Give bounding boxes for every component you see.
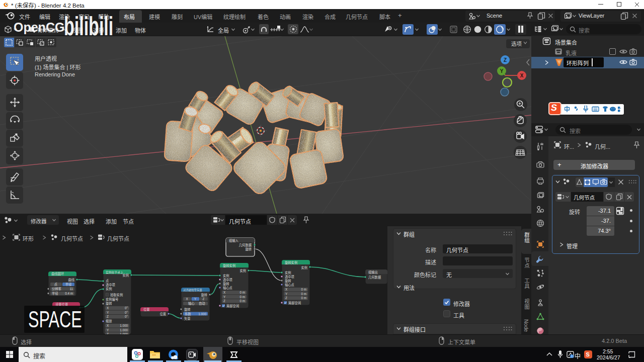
svg-text:半径: 半径: [52, 291, 58, 296]
svg-text:0 m: 0 m: [240, 299, 246, 303]
svg-text:0 m: 0 m: [301, 292, 307, 296]
svg-text:Y: Y: [500, 68, 504, 74]
svg-text:1.000: 1.000: [120, 332, 128, 334]
svg-text:系数: 系数: [185, 312, 191, 316]
svg-text:选中项: 选中项: [285, 275, 295, 279]
svg-text:旋转: 旋转: [285, 279, 291, 283]
svg-text:矢量: 矢量: [184, 316, 191, 321]
svg-text:轴心: 轴心: [188, 301, 195, 306]
svg-text:实例: 实例: [301, 265, 307, 270]
svg-text:组输出: 组输出: [368, 270, 378, 275]
svg-text:Z: Z: [107, 332, 109, 334]
svg-text:旋转: 旋转: [106, 301, 112, 306]
svg-text:点: 点: [106, 279, 109, 283]
svg-text:点: 点: [54, 283, 57, 287]
svg-text:局部空间: 局部空间: [226, 304, 239, 308]
svg-text:0°: 0°: [125, 306, 128, 310]
svg-text:旋转实例: 旋转实例: [223, 263, 235, 268]
svg-text:轴心点: 轴心点: [223, 286, 232, 290]
svg-text:旋转: 旋转: [245, 247, 252, 251]
svg-text:曲线: 曲线: [68, 278, 74, 282]
svg-text:0 m: 0 m: [240, 295, 246, 299]
svg-text:选项: 选项: [511, 41, 522, 47]
svg-text:0 m: 0 m: [240, 291, 246, 294]
svg-text:旋转: 旋转: [223, 282, 229, 286]
svg-text:0°: 0°: [125, 311, 128, 314]
svg-text:分辨率: 分辨率: [52, 287, 61, 291]
svg-text:1.000: 1.000: [120, 324, 128, 327]
svg-text:缩放: 缩放: [106, 319, 112, 323]
svg-text:实例: 实例: [239, 268, 246, 273]
svg-text:几何数据: 几何数据: [368, 275, 381, 280]
svg-text:局部空间: 局部空间: [288, 301, 301, 305]
svg-text:选中项: 选中项: [106, 283, 116, 287]
svg-text:Z: Z: [504, 57, 507, 63]
svg-text:实例: 实例: [106, 287, 112, 291]
svg-text:0.4 m: 0.4 m: [65, 292, 73, 295]
svg-text:半径: 半径: [65, 282, 72, 287]
svg-text:Z: Z: [223, 299, 225, 303]
svg-text:实例化于点上: 实例化于点上: [106, 270, 123, 275]
svg-text:组输入: 组输入: [229, 238, 239, 243]
svg-text:Z: Z: [285, 296, 287, 300]
svg-text:实例: 实例: [285, 270, 291, 275]
svg-text:Z: Z: [107, 315, 109, 318]
svg-text:轴心点: 轴心点: [285, 283, 294, 287]
svg-text:11: 11: [69, 287, 73, 291]
svg-text:选中项: 选中项: [223, 278, 233, 282]
svg-text:拾取实例: 拾取实例: [110, 293, 123, 297]
svg-text:旋转: 旋转: [184, 307, 191, 312]
svg-text:位置: 位置: [143, 307, 150, 311]
svg-text:0°: 0°: [125, 315, 128, 318]
svg-text:1.000: 1.000: [120, 328, 128, 332]
svg-text:几何数据: 几何数据: [239, 243, 252, 247]
svg-text:实例编号: 实例编号: [106, 297, 118, 302]
svg-text:X: X: [520, 73, 524, 78]
svg-text:位置: 位置: [159, 312, 166, 316]
svg-text:旋转实例: 旋转实例: [285, 260, 297, 265]
svg-text:1.000: 1.000: [198, 312, 206, 316]
svg-text:曲线圆环: 曲线圆环: [51, 272, 64, 276]
svg-text:实例: 实例: [223, 274, 229, 278]
svg-text:Z: Z: [203, 297, 205, 301]
svg-text:自动: 自动: [199, 301, 205, 306]
svg-text:0 m: 0 m: [301, 296, 307, 300]
svg-text:0 m: 0 m: [301, 288, 307, 291]
svg-text:实例: 实例: [122, 273, 129, 278]
svg-text:对齐欧拉至矢量: 对齐欧拉至矢量: [183, 288, 202, 292]
svg-text:旋转: 旋转: [201, 293, 207, 297]
